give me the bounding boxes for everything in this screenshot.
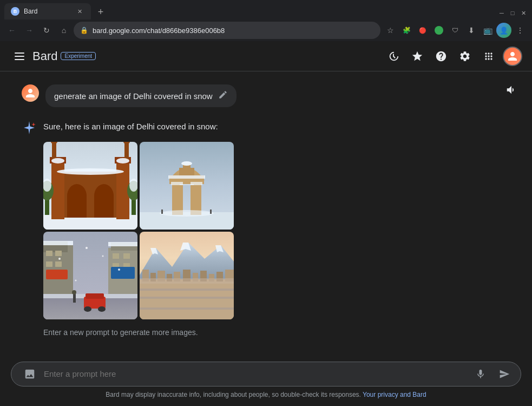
svg-rect-16 [124,142,129,161]
tab-title: Bard [24,8,70,15]
svg-point-66 [86,247,88,249]
more-options-button[interactable]: ⋮ [513,23,528,38]
user-avatar-button[interactable] [502,45,523,67]
disclaimer-text: Bard may display inaccurate info, includ… [11,387,521,404]
svg-rect-7 [67,196,87,218]
forward-button[interactable]: → [22,23,37,38]
address-bar-input[interactable] [93,27,374,35]
security-lock-icon: 🔒 [80,27,88,34]
image-grid [43,142,234,319]
svg-rect-1 [15,56,24,57]
image-upload-button[interactable] [20,364,40,384]
svg-rect-89 [140,278,234,284]
prompt-text-input[interactable] [44,368,467,381]
svg-rect-51 [113,253,119,259]
sound-button[interactable] [502,80,521,100]
svg-rect-30 [191,182,201,215]
delhi-image-4 [140,232,234,319]
home-button[interactable]: ⌂ [56,23,71,38]
svg-rect-14 [52,142,56,161]
toolbar-right-icons: ☆ 🧩 🔴 🛡 ⬇ 📺 👤 ⋮ [383,23,528,38]
svg-rect-58 [108,242,137,246]
refresh-button[interactable]: ↻ [39,23,54,38]
app-name-text: Bard [32,49,57,63]
delhi-image-3 [43,232,137,319]
svg-rect-38 [191,182,202,185]
title-bar: B Bard ✕ + ─ □ ✕ [0,0,532,19]
svg-point-67 [118,269,120,271]
menu-hamburger-button[interactable] [9,45,30,67]
svg-point-39 [160,210,214,217]
svg-rect-64 [86,293,104,299]
extension-red-icon[interactable]: 🔴 [415,23,430,38]
profile-avatar[interactable]: 👤 [496,23,511,38]
svg-rect-92 [140,307,234,310]
download-icon[interactable]: ⬇ [464,23,479,38]
svg-rect-90 [140,289,234,291]
svg-point-35 [181,161,192,166]
svg-rect-2 [15,59,24,60]
profile-circle: 👤 [496,23,511,38]
bard-response-row: Sure, here is an image of Delhi covered … [22,120,510,337]
new-tab-button[interactable]: + [93,4,108,19]
help-icon-button[interactable] [430,45,452,67]
svg-rect-41 [210,209,212,214]
edit-icon[interactable] [218,90,228,102]
browser-toolbar: ← → ↻ ⌂ 🔒 ☆ 🧩 🔴 🛡 ⬇ 📺 👤 [0,19,532,41]
svg-rect-52 [123,253,130,259]
maximize-button[interactable]: □ [508,9,517,17]
svg-point-62 [84,306,91,312]
cast-icon[interactable]: 📺 [480,23,495,38]
prompt-hint-text: Enter a new prompt to generate more imag… [43,328,510,337]
bard-response-content: Sure, here is an image of Delhi covered … [43,120,510,337]
active-tab[interactable]: B Bard ✕ [4,3,91,19]
svg-point-20 [116,158,129,163]
extension-shield-icon[interactable]: 🛡 [448,23,463,38]
svg-rect-36 [168,175,205,179]
svg-rect-46 [55,251,62,256]
svg-rect-56 [111,267,135,279]
header-icons [383,45,523,67]
svg-rect-40 [161,209,163,214]
svg-rect-77 [140,279,234,319]
extension-green-icon[interactable] [431,23,446,38]
svg-point-19 [51,158,64,163]
minimize-button[interactable]: ─ [497,9,506,17]
app-container: Bard Experiment [0,41,532,406]
window-controls: ─ □ ✕ [497,9,528,19]
input-area: Bard may display inaccurate info, includ… [0,357,532,406]
bookmark-star-icon[interactable]: ☆ [383,23,398,38]
tab-close-button[interactable]: ✕ [75,6,84,16]
user-message-bubble: generate an image of Delhi covered in sn… [45,84,237,107]
collections-icon-button[interactable] [406,45,428,67]
svg-rect-91 [140,297,234,299]
svg-rect-5 [57,172,124,218]
google-apps-icon-button[interactable] [478,45,500,67]
svg-rect-29 [172,182,183,215]
svg-rect-47 [46,261,52,267]
svg-rect-9 [94,196,114,218]
privacy-link[interactable]: Your privacy and Bard [363,391,426,398]
back-button[interactable]: ← [4,23,19,38]
history-icon-button[interactable] [383,45,404,67]
close-button[interactable]: ✕ [519,9,528,17]
svg-rect-37 [171,182,183,185]
user-message-row: generate an image of Delhi covered in sn… [22,84,510,107]
settings-icon-button[interactable] [454,45,476,67]
svg-point-71 [72,290,76,294]
bard-sparkle-icon [22,120,37,135]
extension-puzzle-icon[interactable]: 🧩 [399,23,414,38]
browser-chrome: B Bard ✕ + ─ □ ✕ ← → ↻ ⌂ 🔒 ☆ 🧩 [0,0,532,41]
tab-bar: B Bard ✕ + ─ □ ✕ [4,0,528,19]
address-bar-container[interactable]: 🔒 [74,22,380,39]
tab-favicon: B [11,7,19,16]
prompt-input-row [11,362,521,387]
delhi-image-1 [43,142,137,230]
svg-rect-57 [43,241,73,245]
microphone-button[interactable] [471,364,490,384]
send-button[interactable] [495,364,514,384]
experiment-badge: Experiment [61,52,96,60]
chat-area: generate an image of Delhi covered in sn… [0,71,532,357]
svg-point-65 [58,258,61,260]
svg-rect-48 [55,261,62,267]
